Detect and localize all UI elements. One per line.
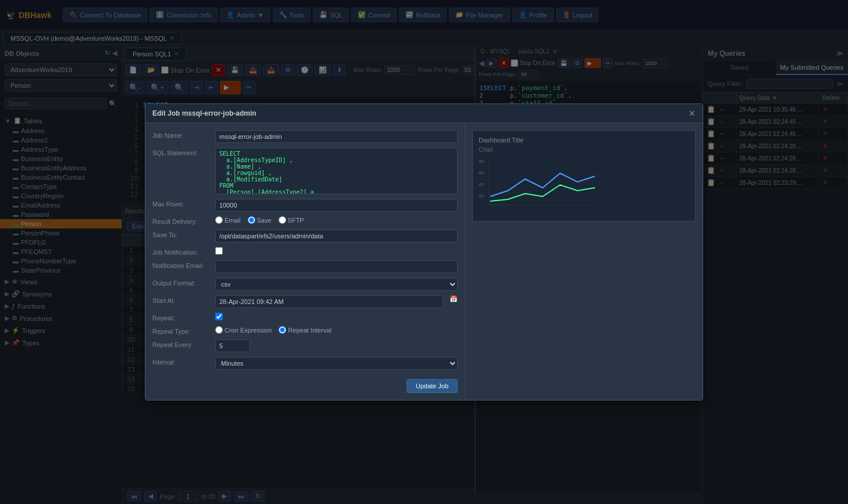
notification-email-label: Notification Email: bbox=[152, 260, 211, 269]
repeat-label: Repeat: bbox=[152, 313, 211, 321]
job-notification-checkbox[interactable] bbox=[215, 247, 223, 255]
output-format-select[interactable]: csv bbox=[215, 278, 458, 291]
job-name-input[interactable] bbox=[215, 130, 458, 143]
max-rows-modal-input[interactable] bbox=[215, 199, 458, 212]
repeat-type-row: Repeat Type: Cron Expression Repeat Inte… bbox=[152, 326, 458, 335]
job-name-row: Job Name: bbox=[152, 130, 458, 143]
start-at-row: Start At: 📅 bbox=[152, 295, 458, 308]
interval-label: Interval: bbox=[152, 357, 211, 366]
save-to-input[interactable] bbox=[215, 230, 458, 242]
delivery-options: Email Save SFTP bbox=[215, 216, 304, 224]
notification-email-input[interactable] bbox=[215, 260, 458, 273]
sql-statement-textarea[interactable]: SELECT a.[AddressTypeID] , a.[Name] , a.… bbox=[215, 148, 458, 194]
repeat-type-options: Cron Expression Repeat Interval bbox=[215, 326, 332, 334]
update-job-button[interactable]: Update Job bbox=[407, 379, 458, 393]
chart-container: Dashboard Title Chart 80 60 40 20 bbox=[472, 130, 696, 221]
edit-job-modal: Edit Job mssql-error-job-admin ✕ Job Nam… bbox=[145, 103, 703, 401]
sql-statement-label: SQL Statement: bbox=[152, 148, 211, 156]
repeat-every-row: Repeat Every: bbox=[152, 339, 458, 352]
modal-close-button[interactable]: ✕ bbox=[689, 109, 696, 118]
modal-form: Job Name: SQL Statement: SELECT a.[Addre… bbox=[145, 123, 465, 400]
svg-text:60: 60 bbox=[479, 170, 484, 176]
repeat-checkbox[interactable] bbox=[215, 313, 223, 320]
cron-option[interactable]: Cron Expression bbox=[215, 326, 272, 334]
dashboard-title: Dashboard Title bbox=[479, 137, 689, 144]
svg-text:20: 20 bbox=[479, 194, 484, 199]
sql-statement-row: SQL Statement: SELECT a.[AddressTypeID] … bbox=[152, 148, 458, 194]
calendar-icon[interactable]: 📅 bbox=[450, 295, 458, 303]
modal-overlay[interactable]: Edit Job mssql-error-job-admin ✕ Job Nam… bbox=[0, 0, 848, 504]
chart-label: Chart bbox=[479, 146, 689, 153]
repeat-every-input[interactable] bbox=[215, 339, 250, 352]
modal-header: Edit Job mssql-error-job-admin ✕ bbox=[145, 104, 703, 123]
job-notification-label: Job Notification: bbox=[152, 247, 211, 256]
max-rows-modal-label: Max Rows: bbox=[152, 199, 211, 208]
interval-select[interactable]: Minutes bbox=[215, 357, 458, 370]
save-to-label: Save To: bbox=[152, 230, 211, 238]
interval-option[interactable]: Repeat Interval bbox=[279, 326, 332, 334]
repeat-type-label: Repeat Type: bbox=[152, 326, 211, 335]
save-to-row: Save To: bbox=[152, 230, 458, 242]
result-delivery-row: Result Delivery: Email Save SFTP bbox=[152, 216, 458, 225]
modal-body: Job Name: SQL Statement: SELECT a.[Addre… bbox=[145, 123, 703, 400]
job-notification-row: Job Notification: bbox=[152, 247, 458, 256]
modal-chart-area: Dashboard Title Chart 80 60 40 20 bbox=[465, 123, 703, 400]
job-name-label: Job Name: bbox=[152, 130, 211, 139]
email-option[interactable]: Email bbox=[215, 216, 241, 224]
result-delivery-label: Result Delivery: bbox=[152, 216, 211, 225]
repeat-every-label: Repeat Every: bbox=[152, 339, 211, 348]
svg-text:80: 80 bbox=[479, 159, 484, 164]
svg-text:40: 40 bbox=[479, 182, 484, 187]
output-format-row: Output Format: csv bbox=[152, 278, 458, 291]
modal-title: Edit Job mssql-error-job-admin bbox=[152, 109, 256, 117]
repeat-row: Repeat: bbox=[152, 313, 458, 321]
output-format-label: Output Format: bbox=[152, 278, 211, 287]
save-option[interactable]: Save bbox=[248, 216, 272, 224]
sftp-option[interactable]: SFTP bbox=[279, 216, 304, 224]
interval-row: Interval: Minutes bbox=[152, 357, 458, 370]
start-at-label: Start At: bbox=[152, 295, 211, 304]
chart-svg: 80 60 40 20 bbox=[479, 156, 595, 214]
max-rows-row: Max Rows: bbox=[152, 199, 458, 212]
start-at-input[interactable] bbox=[215, 295, 443, 308]
notification-email-row: Notification Email: bbox=[152, 260, 458, 273]
